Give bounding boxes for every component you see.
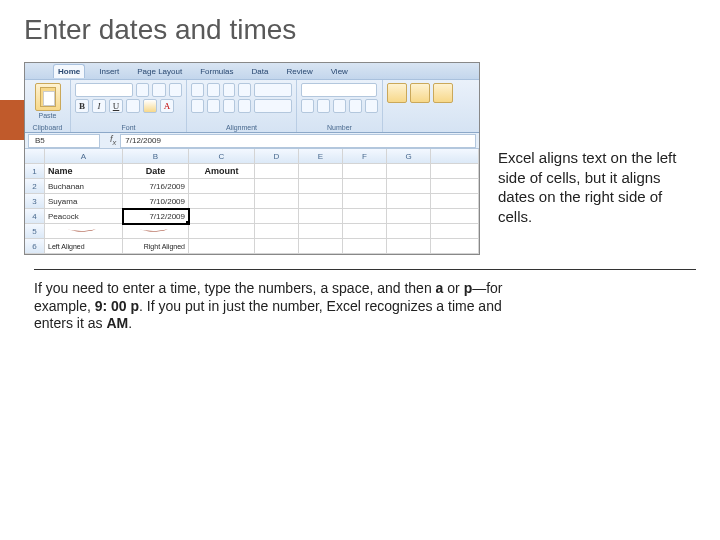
cell-e1[interactable] (299, 164, 343, 179)
cell-c1[interactable]: Amount (189, 164, 255, 179)
cell-c4[interactable] (189, 209, 255, 224)
bold-button[interactable]: B (75, 99, 89, 113)
shrink-font-button[interactable] (169, 83, 182, 97)
font-name-dropdown[interactable] (75, 83, 133, 97)
tab-home[interactable]: Home (53, 64, 85, 78)
align-middle-button[interactable] (207, 83, 220, 97)
percent-button[interactable] (317, 99, 330, 113)
cell-d5[interactable] (255, 224, 299, 239)
decrease-decimal-button[interactable] (365, 99, 378, 113)
cell-a1[interactable]: Name (45, 164, 123, 179)
cell-f2[interactable] (343, 179, 387, 194)
underline-button[interactable]: U (109, 99, 123, 113)
merge-center-button[interactable] (254, 99, 292, 113)
cell-h5[interactable] (431, 224, 479, 239)
cells-button[interactable] (410, 83, 430, 103)
italic-button[interactable]: I (92, 99, 106, 113)
worksheet-grid[interactable]: A B C D E F G 1 Name Date Amount 2 Bucha… (25, 149, 479, 254)
align-top-button[interactable] (191, 83, 204, 97)
increase-decimal-button[interactable] (349, 99, 362, 113)
col-header-extra[interactable] (431, 149, 479, 164)
tab-formulas[interactable]: Formulas (196, 65, 237, 78)
row-header-3[interactable]: 3 (25, 194, 45, 209)
cell-f6[interactable] (343, 239, 387, 254)
col-header-e[interactable]: E (299, 149, 343, 164)
cell-e4[interactable] (299, 209, 343, 224)
cell-g6[interactable] (387, 239, 431, 254)
cell-e3[interactable] (299, 194, 343, 209)
cell-f4[interactable] (343, 209, 387, 224)
align-bottom-button[interactable] (223, 83, 236, 97)
cell-d1[interactable] (255, 164, 299, 179)
cell-a5-annot[interactable]: ︶ (45, 224, 123, 239)
cell-g2[interactable] (387, 179, 431, 194)
number-format-dropdown[interactable] (301, 83, 377, 97)
cell-c5[interactable] (189, 224, 255, 239)
name-box[interactable]: B5 (28, 134, 100, 148)
cell-g5[interactable] (387, 224, 431, 239)
font-color-button[interactable]: A (160, 99, 174, 113)
tab-view[interactable]: View (327, 65, 352, 78)
cell-g1[interactable] (387, 164, 431, 179)
comma-button[interactable] (333, 99, 346, 113)
cell-b1[interactable]: Date (123, 164, 189, 179)
col-header-f[interactable]: F (343, 149, 387, 164)
cell-h2[interactable] (431, 179, 479, 194)
wrap-text-button[interactable] (254, 83, 292, 97)
fill-color-button[interactable] (143, 99, 157, 113)
cell-h6[interactable] (431, 239, 479, 254)
grow-font-button[interactable] (152, 83, 165, 97)
editing-button[interactable] (433, 83, 453, 103)
tab-review[interactable]: Review (282, 65, 316, 78)
col-header-d[interactable]: D (255, 149, 299, 164)
row-header-6[interactable]: 6 (25, 239, 45, 254)
cell-b6-label[interactable]: Right Aligned (123, 239, 189, 254)
cell-f1[interactable] (343, 164, 387, 179)
row-header-5[interactable]: 5 (25, 224, 45, 239)
cell-c2[interactable] (189, 179, 255, 194)
cell-g4[interactable] (387, 209, 431, 224)
orientation-button[interactable] (238, 83, 251, 97)
cell-g3[interactable] (387, 194, 431, 209)
cell-e6[interactable] (299, 239, 343, 254)
cell-f5[interactable] (343, 224, 387, 239)
tab-data[interactable]: Data (248, 65, 273, 78)
align-right-button[interactable] (223, 99, 236, 113)
formula-bar[interactable]: 7/12/2009 (120, 134, 476, 148)
cell-c6[interactable] (189, 239, 255, 254)
accounting-button[interactable] (301, 99, 314, 113)
col-header-g[interactable]: G (387, 149, 431, 164)
cell-b4-selected[interactable]: 7/12/2009 (123, 209, 189, 224)
select-all-corner[interactable] (25, 149, 45, 164)
cell-e2[interactable] (299, 179, 343, 194)
cell-b2[interactable]: 7/16/2009 (123, 179, 189, 194)
row-header-1[interactable]: 1 (25, 164, 45, 179)
cell-h3[interactable] (431, 194, 479, 209)
align-left-button[interactable] (191, 99, 204, 113)
cell-a2[interactable]: Buchanan (45, 179, 123, 194)
styles-button[interactable] (387, 83, 407, 103)
cell-d2[interactable] (255, 179, 299, 194)
row-header-2[interactable]: 2 (25, 179, 45, 194)
border-button[interactable] (126, 99, 140, 113)
cell-d3[interactable] (255, 194, 299, 209)
cell-d4[interactable] (255, 209, 299, 224)
tab-insert[interactable]: Insert (95, 65, 123, 78)
fx-icon[interactable]: fx (110, 134, 116, 147)
cell-b3[interactable]: 7/10/2009 (123, 194, 189, 209)
col-header-c[interactable]: C (189, 149, 255, 164)
cell-b5-annot[interactable]: ︶ (123, 224, 189, 239)
col-header-b[interactable]: B (123, 149, 189, 164)
font-size-dropdown[interactable] (136, 83, 149, 97)
cell-a6-label[interactable]: Left Aligned (45, 239, 123, 254)
cell-d6[interactable] (255, 239, 299, 254)
cell-h1[interactable] (431, 164, 479, 179)
tab-page-layout[interactable]: Page Layout (133, 65, 186, 78)
row-header-4[interactable]: 4 (25, 209, 45, 224)
cell-f3[interactable] (343, 194, 387, 209)
cell-a3[interactable]: Suyama (45, 194, 123, 209)
cell-e5[interactable] (299, 224, 343, 239)
col-header-a[interactable]: A (45, 149, 123, 164)
paste-button[interactable] (35, 83, 61, 111)
align-center-button[interactable] (207, 99, 220, 113)
